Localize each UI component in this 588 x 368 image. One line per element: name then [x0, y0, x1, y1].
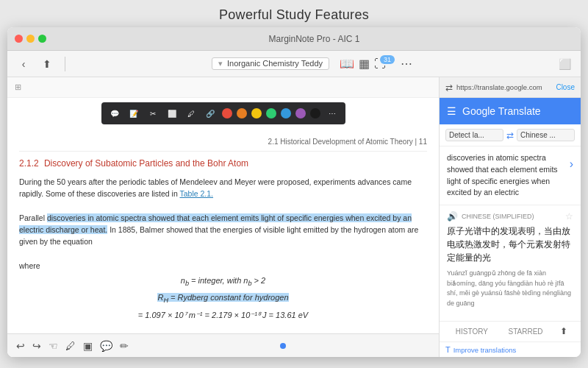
- ann-more-btn[interactable]: ⋯: [325, 106, 340, 121]
- book-icon[interactable]: 📖: [340, 57, 354, 71]
- annotation-toolbar-container: 💬 📝 ✂ ⬜ 🖊 🔗 ⋯: [7, 99, 439, 127]
- maximize-button[interactable]: [38, 35, 46, 43]
- color-blue[interactable]: [281, 108, 291, 118]
- main-area: ⊞ 💬 📝 ✂ ⬜ 🖊 🔗: [7, 77, 581, 357]
- math-eq1: = 1.097 × 10⁷ m⁻¹ = 2.179 × 10⁻¹⁸ J = 13…: [19, 309, 427, 322]
- chevron-down-icon: ▾: [218, 59, 223, 68]
- doc-breadcrumb: ⊞: [7, 77, 439, 98]
- grid-icon[interactable]: ▦: [359, 57, 370, 71]
- result-lang-label: 🔊 CHINESE (SIMPLIFIED) ☆: [447, 211, 573, 222]
- highlight-tool-button[interactable]: 🖊: [65, 340, 76, 352]
- menu-icon[interactable]: ☰: [447, 105, 456, 117]
- toolbar-icons-group: 📖 ▦ ⛶ 31 ⋯: [340, 57, 412, 71]
- traffic-lights: [15, 35, 46, 43]
- color-purple[interactable]: [295, 108, 306, 118]
- doc-body: During the 50 years after the periodic t…: [19, 176, 427, 333]
- history-tab[interactable]: HISTORY: [453, 326, 491, 337]
- collapse-right-button[interactable]: ⬜: [556, 55, 573, 73]
- doc-label-dropdown[interactable]: ▾ Inorganic Chemistry Teddy: [212, 57, 329, 70]
- toolbar: ‹ ⬆ ▾ Inorganic Chemistry Teddy 📖 ▦ ⛶ 31…: [7, 51, 581, 77]
- para1-text: During the 50 years after the periodic t…: [19, 177, 412, 198]
- color-black[interactable]: [310, 108, 320, 118]
- math-rh: RH = Rydberg constant for hydrogen: [19, 291, 427, 305]
- translate-panel: ⇄ https://translate.google.com Close ☰ G…: [440, 77, 581, 357]
- url-bar: ⇄ https://translate.google.com Close: [440, 77, 581, 98]
- translate-arrow-button[interactable]: ›: [570, 155, 573, 173]
- translate-source-box: › discoveries in atomic spectra showed t…: [440, 146, 581, 205]
- chapter-num: 2.1.2: [19, 158, 39, 169]
- ann-note-btn[interactable]: 📝: [126, 106, 141, 121]
- translate-header: ☰ Google Translate: [440, 98, 581, 124]
- url-text: https://translate.google.com: [456, 83, 553, 91]
- toolbar-sep1: [65, 57, 65, 71]
- close-button[interactable]: [15, 35, 23, 43]
- color-green[interactable]: [266, 108, 276, 118]
- para2-text: Parallel: [19, 213, 47, 222]
- table-link[interactable]: Table 2.1.: [179, 189, 213, 198]
- hand-tool-button[interactable]: ☜: [49, 340, 58, 352]
- app-window: MarginNote Pro - AIC 1 ‹ ⬆ ▾ Inorganic C…: [7, 27, 581, 357]
- result-main-text: 原子光谱中的发现表明，当由放电或热激发时，每个元素发射特定能量的光: [447, 224, 573, 264]
- translate-lang-bar: Detect la... ⇄ Chinese ...: [440, 124, 581, 146]
- where-text: where: [19, 261, 40, 270]
- minimize-button[interactable]: [26, 35, 35, 43]
- doc-content: 2.1 Historical Development of Atomic The…: [7, 129, 439, 333]
- color-orange[interactable]: [237, 108, 247, 118]
- translate-logo: Google Translate: [462, 105, 541, 117]
- speaker-icon[interactable]: 🔊: [447, 211, 458, 222]
- app-title: MarginNote Pro - AIC 1: [268, 34, 359, 44]
- ann-scissors-btn[interactable]: ✂: [146, 106, 160, 121]
- improve-translations-link[interactable]: T Improve translations: [440, 342, 581, 357]
- back-button[interactable]: ‹: [15, 55, 32, 73]
- source-text: discoveries in atomic spectra showed tha…: [447, 152, 573, 199]
- swap-languages-button[interactable]: ⇄: [506, 130, 514, 141]
- doc-panel: ⊞ 💬 📝 ✂ ⬜ 🖊 🔗: [7, 77, 440, 357]
- math-nb: nb = integer, with nb > 2: [19, 275, 427, 289]
- translate-result-area: 🔊 CHINESE (SIMPLIFIED) ☆ 原子光谱中的发现表明，当由放电…: [440, 205, 581, 321]
- annotation-toolbar: 💬 📝 ✂ ⬜ 🖊 🔗 ⋯: [101, 102, 345, 124]
- more-icon[interactable]: ⋯: [401, 57, 412, 71]
- share-button[interactable]: ⬆: [38, 55, 56, 73]
- source-lang-select[interactable]: Detect la...: [445, 129, 503, 141]
- breadcrumb-chevron: ⊞: [15, 82, 21, 92]
- bottom-bar: ↩ ↪ ☜ 🖊 ▣ 💬 ✏: [7, 333, 439, 357]
- close-button[interactable]: Close: [556, 83, 575, 91]
- toolbar-center: ▾ Inorganic Chemistry Teddy 📖 ▦ ⛶ 31 ⋯: [74, 57, 550, 71]
- ann-box-btn[interactable]: ⬜: [165, 106, 179, 121]
- translate-logo-small: T: [445, 345, 451, 354]
- ann-marker-btn[interactable]: 🖊: [184, 106, 198, 121]
- translate-tab-icon: ⇄: [445, 82, 453, 93]
- pen-button[interactable]: ✏: [120, 340, 129, 352]
- comment-button[interactable]: 💬: [100, 340, 112, 352]
- layout-button[interactable]: ▣: [83, 340, 93, 352]
- translate-footer: HISTORY STARRED ⬆: [440, 321, 581, 342]
- target-lang-select[interactable]: Chinese ...: [517, 129, 575, 141]
- star-icon[interactable]: ☆: [565, 211, 573, 222]
- page-indicator-dot: [280, 343, 286, 349]
- page-title: Powerful Study Features: [219, 0, 369, 27]
- starred-tab[interactable]: STARRED: [506, 326, 546, 337]
- ann-link-btn[interactable]: 🔗: [203, 106, 218, 121]
- undo-button[interactable]: ↩: [16, 340, 25, 352]
- result-romanization: Yuánzǐ guāngpǔ zhōng de fā xiàn biǎomíng…: [447, 269, 573, 308]
- color-red[interactable]: [222, 108, 232, 118]
- doc-label-text: Inorganic Chemistry Teddy: [227, 59, 323, 68]
- title-bar: MarginNote Pro - AIC 1: [7, 27, 581, 51]
- chapter-title-text: Discovery of Subatomic Particles and the…: [44, 158, 248, 169]
- improve-label: Improve translations: [453, 346, 517, 354]
- badge-count: 31: [380, 55, 395, 64]
- page-dot-container: [136, 343, 430, 349]
- color-yellow[interactable]: [251, 108, 262, 118]
- result-lang-text: CHINESE (SIMPLIFIED): [462, 213, 534, 220]
- ann-speech-btn[interactable]: 💬: [107, 106, 122, 121]
- share-translate-button[interactable]: ⬆: [560, 326, 567, 337]
- redo-button[interactable]: ↪: [32, 340, 41, 352]
- chapter-title: 2.1.2 Discovery of Subatomic Particles a…: [19, 156, 427, 171]
- section-header: 2.1 Historical Development of Atomic The…: [19, 136, 427, 152]
